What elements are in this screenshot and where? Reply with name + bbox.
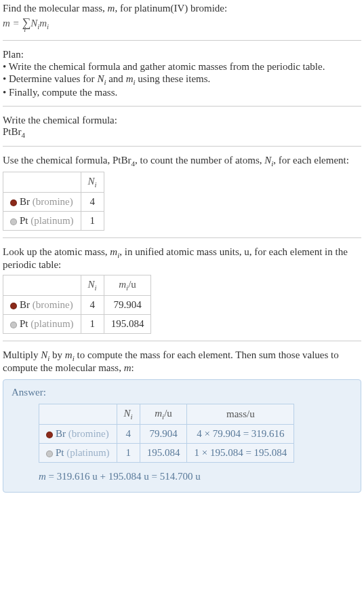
plan-bullet-1: • Write the chemical formula and gather … — [3, 61, 361, 73]
element-dot-icon — [10, 218, 17, 225]
th-mass: mass/u — [187, 404, 294, 425]
elem-cell: Pt (platinum) — [39, 444, 117, 463]
n-cell: 4 — [81, 193, 104, 212]
element-dot-icon — [46, 432, 53, 438]
step4-text: Multiply Ni by mi to compute the mass fo… — [3, 349, 361, 374]
th-m: mi/u — [104, 275, 151, 296]
table-row: Br (bromine) 4 — [3, 193, 104, 212]
step1-title: Write the chemical formula: — [3, 115, 361, 126]
intro-line: Find the molecular mass, m, for platinum… — [3, 3, 361, 14]
n-cell: 4 — [117, 425, 140, 444]
th-N: Ni — [117, 404, 140, 425]
eq-under: i — [24, 25, 26, 33]
step3-table: Ni mi/u Br (bromine) 4 79.904 Pt (platin… — [3, 275, 151, 334]
intro-var-m: m — [108, 3, 115, 14]
th-m: mi/u — [140, 404, 187, 425]
n-cell: 4 — [81, 296, 104, 315]
plan-section: Plan: • Write the chemical formula and g… — [3, 49, 361, 107]
intro-post: , for platinum(IV) bromide: — [115, 3, 227, 14]
table-row: Pt (platinum) 1 — [3, 212, 104, 231]
intro-equation: m = ∑i Nimi — [3, 16, 361, 33]
n-cell: 1 — [117, 444, 140, 463]
plan-bullet-3: • Finally, compute the mass. — [3, 87, 361, 98]
eq-lhs: m — [3, 18, 10, 28]
eq-N: N — [31, 18, 37, 28]
step3-text: Look up the atomic mass, mi, in unified … — [3, 246, 361, 271]
step3-section: Look up the atomic mass, mi, in unified … — [3, 246, 361, 341]
elem-cell: Br (bromine) — [3, 193, 81, 212]
calc-cell: 4 × 79.904 = 319.616 — [187, 425, 294, 444]
element-dot-icon — [10, 199, 17, 206]
mass-cell: 79.904 — [140, 425, 187, 444]
mass-cell: 79.904 — [104, 296, 151, 315]
element-dot-icon — [10, 303, 17, 309]
elem-cell: Br (bromine) — [39, 425, 117, 444]
answer-table: Ni mi/u mass/u Br (bromine) 4 79.904 4 ×… — [39, 404, 294, 463]
n-cell: 1 — [81, 315, 104, 334]
step1-formula: PtBr4 — [3, 126, 361, 139]
step2-section: Use the chemical formula, PtBr4, to coun… — [3, 155, 361, 238]
answer-label: Answer: — [12, 387, 352, 398]
intro-pre: Find the molecular mass, — [3, 3, 108, 14]
plan-title: Plan: — [3, 49, 361, 60]
elem-cell: Br (bromine) — [3, 296, 81, 315]
table-row: Br (bromine) 4 79.904 — [3, 296, 151, 315]
th-empty — [3, 172, 81, 193]
elem-cell: Pt (platinum) — [3, 212, 81, 231]
element-dot-icon — [46, 451, 53, 457]
final-equation: m = 319.616 u + 195.084 u = 514.700 u — [39, 471, 352, 482]
step1-section: Write the chemical formula: PtBr4 — [3, 115, 361, 147]
table-row: Pt (platinum) 1 195.084 1 × 195.084 = 19… — [39, 444, 294, 463]
th-empty — [39, 404, 117, 425]
elem-cell: Pt (platinum) — [3, 315, 81, 334]
step4-section: Multiply Ni by mi to compute the mass fo… — [3, 349, 361, 493]
th-N: Ni — [81, 172, 104, 193]
th-N: Ni — [81, 275, 104, 296]
table-header-row: Ni mi/u — [3, 275, 151, 296]
intro-section: Find the molecular mass, m, for platinum… — [3, 3, 361, 41]
step2-table: Ni Br (bromine) 4 Pt (platinum) 1 — [3, 172, 104, 231]
th-empty — [3, 275, 81, 296]
plan-bullet-2: • Determine values for Ni and mi using t… — [3, 73, 361, 86]
eq-equals: = — [10, 18, 22, 28]
table-row: Pt (platinum) 1 195.084 — [3, 315, 151, 334]
element-dot-icon — [10, 322, 17, 328]
eq-mi: i — [47, 22, 49, 31]
mass-cell: 195.084 — [140, 444, 187, 463]
answer-box: Answer: Ni mi/u mass/u Br (bromine) 4 79… — [3, 379, 361, 493]
eq-m: m — [39, 18, 47, 28]
step2-text: Use the chemical formula, PtBr4, to coun… — [3, 155, 361, 168]
table-header-row: Ni — [3, 172, 104, 193]
calc-cell: 1 × 195.084 = 195.084 — [187, 444, 294, 463]
n-cell: 1 — [81, 212, 104, 231]
table-header-row: Ni mi/u mass/u — [39, 404, 294, 425]
table-row: Br (bromine) 4 79.904 4 × 79.904 = 319.6… — [39, 425, 294, 444]
mass-cell: 195.084 — [104, 315, 151, 334]
